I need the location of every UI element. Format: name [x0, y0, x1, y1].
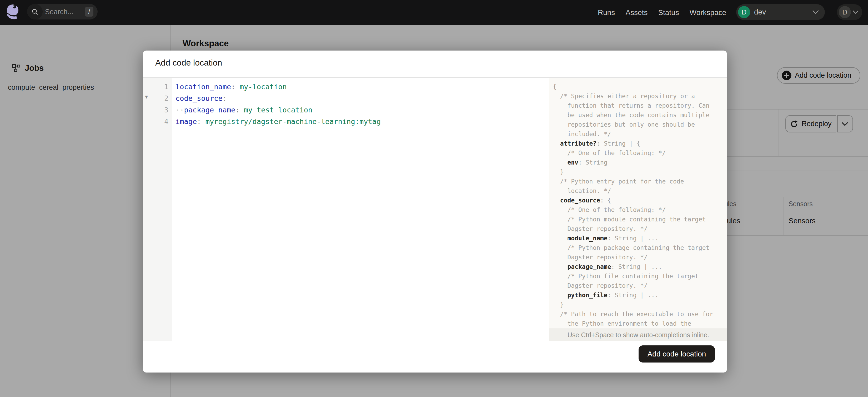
yaml-editor-content: location_name: my-locationcode_source:··…	[176, 81, 549, 127]
search-box[interactable]: /	[27, 4, 98, 20]
yaml-editor[interactable]: location_name: my-locationcode_source:··…	[172, 78, 549, 341]
search-input[interactable]	[44, 4, 85, 20]
add-code-location-dialog: Add code location 1234 ▾ location_name: …	[143, 51, 727, 372]
dagster-logo-icon[interactable]	[4, 3, 21, 20]
nav-link-runs[interactable]: Runs	[598, 8, 615, 17]
nav-link-assets[interactable]: Assets	[625, 8, 648, 17]
schema-line: included. */	[553, 129, 725, 139]
submit-add-code-location-button[interactable]: Add code location	[639, 345, 715, 363]
schema-line: /* Python file containing the target	[553, 271, 725, 281]
dialog-body: 1234 ▾ location_name: my-locationcode_so…	[143, 78, 727, 341]
schema-line: location. */	[553, 186, 725, 195]
schema-line: /* One of the following: */	[553, 205, 725, 215]
code-line-4: image: myregistry/dagster-machine-learni…	[176, 116, 549, 127]
schema-line: python_file: String | ...	[553, 291, 725, 300]
schema-line: be used when the code contains multiple	[553, 110, 725, 120]
code-line-2: code_source:	[176, 93, 549, 104]
dialog-header: Add code location	[143, 51, 727, 78]
schema-line: {	[553, 82, 725, 91]
config-schema-panel[interactable]: { /* Specifies either a repository or a …	[549, 78, 727, 341]
config-schema-text: { /* Specifies either a repository or a …	[553, 82, 725, 328]
dagster-app: / RunsAssetsStatusWorkspace D dev D Jobs…	[0, 0, 868, 397]
schema-line: /* Specifies either a repository or a	[553, 91, 725, 101]
schema-line: Dagster repository. */	[553, 252, 725, 262]
top-navbar: / RunsAssetsStatusWorkspace D dev D	[0, 0, 868, 25]
chevron-down-icon	[812, 10, 819, 14]
schema-line: Dagster repository. */	[553, 224, 725, 234]
navbar-links: RunsAssetsStatusWorkspace	[598, 0, 726, 25]
deployment-switcher[interactable]: D dev	[736, 4, 825, 20]
line-number: 4	[143, 116, 172, 127]
schema-line: the Python environment to load the	[553, 319, 725, 328]
nav-link-status[interactable]: Status	[658, 8, 679, 17]
chevron-down-icon	[852, 10, 859, 14]
nav-link-workspace[interactable]: Workspace	[690, 8, 726, 17]
schema-line: }	[553, 167, 725, 177]
line-number: 1	[143, 81, 172, 93]
deployment-label: dev	[754, 4, 766, 20]
deployment-avatar: D	[738, 6, 750, 18]
dialog-footer: Add code location	[143, 341, 727, 372]
schema-line: code_source: {	[553, 195, 725, 205]
schema-line: function that returns a repository. Can	[553, 101, 725, 110]
editor-gutter: 1234 ▾	[143, 78, 172, 341]
search-icon	[27, 4, 42, 20]
schema-line: package_name: String | ...	[553, 262, 725, 271]
schema-line: /* Python module containing the target	[553, 215, 725, 224]
schema-line: module_name: String | ...	[553, 234, 725, 243]
schema-line: }	[553, 300, 725, 309]
dialog-title: Add code location	[155, 58, 222, 68]
user-menu[interactable]: D	[837, 4, 862, 20]
autocomplete-hint: Use Ctrl+Space to show auto-completions …	[549, 329, 727, 341]
schema-line: /* One of the following: */	[553, 148, 725, 158]
code-line-1: location_name: my-location	[176, 81, 549, 93]
schema-line: repositories but only one should be	[553, 120, 725, 129]
schema-line: /* Python entry point for the code	[553, 177, 725, 186]
schema-line: Dagster repository. */	[553, 281, 725, 291]
schema-line: /* Python package containing the target	[553, 243, 725, 252]
fold-toggle-icon[interactable]: ▾	[145, 94, 148, 100]
user-avatar: D	[839, 6, 851, 18]
schema-line: attribute?: String | {	[553, 139, 725, 148]
schema-line: env: String	[553, 158, 725, 167]
search-shortcut-badge: /	[85, 7, 93, 17]
code-line-3: ··package_name: my_test_location	[176, 104, 549, 116]
line-number: 3	[143, 104, 172, 116]
editor-line-numbers: 1234	[143, 81, 172, 127]
schema-line: /* Path to reach the executable to use f…	[553, 309, 725, 319]
